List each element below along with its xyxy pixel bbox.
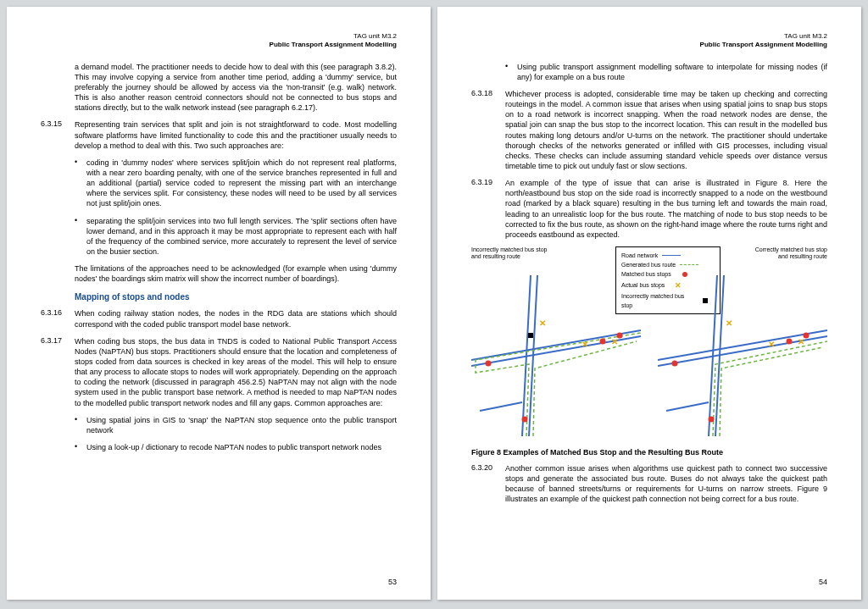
header-title: Public Transport Assignment Modelling	[471, 41, 827, 49]
header: TAG unit M3.2 Public Transport Assignmen…	[41, 32, 397, 50]
para-intro: a demand model. The practitioner needs t…	[41, 62, 397, 113]
para-num: 6.3.20	[471, 463, 505, 505]
bullet-icon: •	[75, 216, 86, 257]
bullet-icon: •	[75, 158, 86, 209]
bullet-text: Using public transport assignment modell…	[517, 62, 827, 82]
para-text: Another common issue arises when algorit…	[505, 463, 827, 505]
diagram-incorrect: ✕ ✕ ✕	[471, 275, 641, 436]
diagram-correct: ✕ ✕ ✕	[658, 275, 827, 436]
page-53: TAG unit M3.2 Public Transport Assignmen…	[7, 7, 431, 600]
legend-generated: Generated bus route	[621, 260, 715, 269]
bullet-6317b: • Using a look-up / dictionary to recode…	[41, 442, 397, 452]
para-num: 6.3.19	[471, 178, 505, 240]
para-6317: 6.3.17 When coding bus stops, the bus da…	[41, 336, 397, 408]
svg-point-7	[600, 339, 606, 345]
para-num: 6.3.16	[41, 308, 75, 329]
svg-point-20	[787, 339, 793, 345]
svg-point-6	[522, 417, 528, 423]
bullet-6315b: • separating the split/join services int…	[41, 216, 397, 257]
para-num: 6.3.18	[471, 89, 505, 171]
para-text: Representing train services that split a…	[75, 119, 397, 150]
bullet-6317c: • Using public transport assignment mode…	[471, 62, 827, 82]
svg-line-4	[480, 402, 522, 411]
bullet-icon: •	[75, 442, 86, 452]
section-heading: Mapping of stops and nodes	[75, 292, 397, 302]
para-6320: 6.3.20 Another common issue arises when …	[471, 463, 827, 505]
page-number: 54	[819, 578, 827, 586]
para-6316: 6.3.16 When coding railway station nodes…	[41, 308, 397, 329]
para-intro-text: a demand model. The practitioner needs t…	[75, 62, 397, 113]
bullet-text: separating the split/join services into …	[86, 216, 397, 257]
figure-label-correct: Correctly matched bus stop and resulting…	[751, 246, 827, 261]
legend-road: Road network	[621, 251, 715, 260]
bullet-icon: •	[505, 62, 517, 82]
svg-point-19	[709, 417, 715, 423]
para-num: 6.3.15	[41, 119, 75, 150]
para-text: When coding railway station nodes, the n…	[75, 308, 397, 329]
figure-8: Incorrectly matched bus stop and resulti…	[471, 246, 827, 441]
page-54: TAG unit M3.2 Public Transport Assignmen…	[437, 7, 861, 600]
svg-text:✕: ✕	[539, 318, 546, 328]
page-number: 53	[388, 578, 397, 586]
svg-rect-9	[528, 333, 533, 338]
para-text: An example of the type of issue that can…	[505, 178, 827, 240]
bullet-6317a: • Using spatial joins in GIS to 'snap' t…	[41, 415, 397, 435]
para-num: 6.3.17	[41, 336, 75, 408]
svg-text:✕: ✕	[611, 337, 618, 346]
svg-text:✕: ✕	[581, 340, 588, 349]
header: TAG unit M3.2 Public Transport Assignmen…	[471, 32, 827, 50]
svg-line-17	[666, 402, 709, 411]
header-unit: TAG unit M3.2	[41, 32, 397, 41]
para-text: When coding bus stops, the bus data in T…	[75, 336, 397, 408]
para-6318: 6.3.18 Whichever process is adopted, con…	[471, 89, 827, 171]
para-text: The limitations of the approaches need t…	[75, 263, 397, 284]
svg-text:✕: ✕	[798, 337, 804, 346]
svg-point-18	[672, 361, 678, 367]
para-text: Whichever process is adopted, considerab…	[505, 89, 827, 171]
para-limitations: The limitations of the approaches need t…	[41, 263, 397, 284]
svg-point-5	[486, 361, 492, 367]
header-title: Public Transport Assignment Modelling	[41, 41, 397, 49]
svg-text:✕: ✕	[768, 340, 775, 349]
bullet-6315a: • coding in 'dummy nodes' where services…	[41, 158, 397, 209]
line-solid-icon	[661, 255, 682, 256]
para-6315: 6.3.15 Representing train services that …	[41, 119, 397, 150]
line-dash-icon	[679, 264, 699, 265]
svg-text:✕: ✕	[726, 318, 732, 328]
bullet-text: coding in 'dummy nodes' where services s…	[86, 158, 397, 209]
para-6319: 6.3.19 An example of the type of issue t…	[471, 178, 827, 240]
figure-caption: Figure 8 Examples of Matched Bus Stop an…	[471, 448, 827, 457]
bullet-icon: •	[75, 415, 86, 435]
header-unit: TAG unit M3.2	[471, 32, 827, 41]
bullet-text: Using spatial joins in GIS to 'snap' the…	[86, 415, 397, 435]
bullet-text: Using a look-up / dictionary to recode N…	[86, 442, 397, 452]
figure-label-incorrect: Incorrectly matched bus stop and resulti…	[471, 246, 548, 261]
